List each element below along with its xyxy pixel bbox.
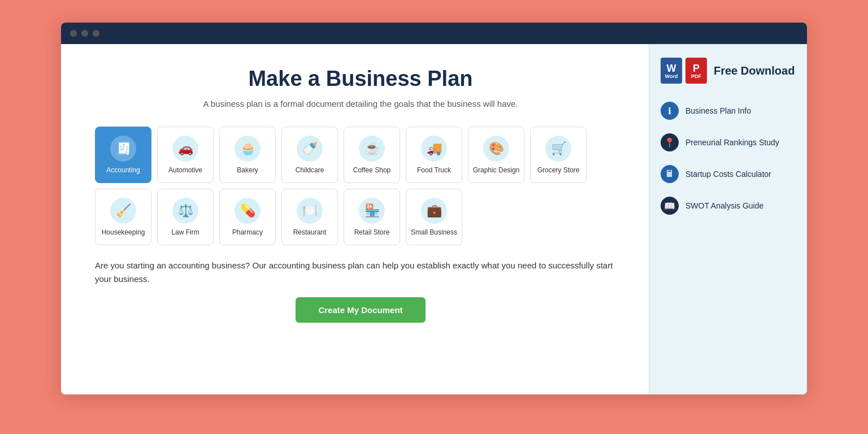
file-icons: W Word P PDF (661, 58, 707, 84)
restaurant-icon: 🍽️ (297, 198, 323, 224)
description-text: Are you starting an accounting business?… (95, 259, 626, 286)
category-item-pharmacy[interactable]: 💊Pharmacy (219, 189, 276, 245)
category-label-bakery: Bakery (237, 166, 258, 174)
sidebar-link-text-entrepreneurial-rankings: Preneurial Rankings Study (685, 138, 779, 147)
category-item-retail-store[interactable]: 🏪Retail Store (344, 189, 400, 245)
browser-content: Make a Business Plan A business plan is … (61, 44, 807, 394)
create-document-button[interactable]: Create My Document (296, 297, 425, 323)
retail-store-icon: 🏪 (359, 198, 385, 224)
sidebar-link-text-swot-analysis: SWOT Analysis Guide (685, 201, 763, 210)
accounting-icon: 🧾 (110, 136, 136, 162)
category-label-accounting: Accounting (106, 166, 140, 174)
category-label-childcare: Childcare (296, 166, 324, 174)
swot-analysis-icon: 📖 (661, 197, 679, 215)
browser-titlebar (61, 23, 807, 44)
law-firm-icon: ⚖️ (172, 198, 198, 224)
sidebar-link-startup-costs[interactable]: 🖩Startup Costs Calculator (661, 163, 796, 185)
category-label-graphic-design: Graphic Design (473, 166, 520, 174)
pdf-icon[interactable]: P PDF (685, 58, 707, 84)
category-label-housekeeping: Housekeeping (102, 228, 145, 236)
category-label-small-business: Small Business (411, 228, 457, 236)
category-item-housekeeping[interactable]: 🧹Housekeeping (95, 189, 151, 245)
sidebar-download: W Word P PDF Free Download (661, 58, 796, 84)
business-plan-info-icon: ℹ (661, 102, 679, 120)
category-item-restaurant[interactable]: 🍽️Restaurant (281, 189, 338, 245)
category-item-automotive[interactable]: 🚗Automotive (157, 127, 214, 183)
category-label-food-truck: Food Truck (417, 166, 451, 174)
small-business-icon: 💼 (421, 198, 447, 224)
page-title: Make a Business Plan (95, 67, 626, 91)
browser-dot-2 (81, 30, 88, 37)
entrepreneurial-rankings-icon: 📍 (661, 133, 679, 151)
category-label-law-firm: Law Firm (171, 228, 199, 236)
sidebar-link-business-plan-info[interactable]: ℹBusiness Plan Info (661, 99, 796, 122)
category-item-small-business[interactable]: 💼Small Business (406, 189, 462, 245)
food-truck-icon: 🚚 (421, 136, 447, 162)
startup-costs-icon: 🖩 (661, 165, 679, 183)
coffee-shop-icon: ☕ (359, 136, 385, 162)
sidebar-link-text-startup-costs: Startup Costs Calculator (685, 170, 771, 179)
sidebar-links: ℹBusiness Plan Info📍Preneurial Rankings … (661, 99, 796, 217)
browser-dot-1 (70, 30, 77, 37)
main-content: Make a Business Plan A business plan is … (61, 44, 649, 394)
category-label-retail-store: Retail Store (354, 228, 390, 236)
page-subtitle: A business plan is a formal document det… (95, 99, 626, 108)
category-item-bakery[interactable]: 🧁Bakery (219, 127, 276, 183)
automotive-icon: 🚗 (172, 136, 198, 162)
category-label-pharmacy: Pharmacy (232, 228, 263, 236)
bakery-icon: 🧁 (235, 136, 261, 162)
category-label-restaurant: Restaurant (293, 228, 327, 236)
categories-grid: 🧾Accounting🚗Automotive🧁Bakery🍼Childcare☕… (95, 127, 626, 245)
grocery-store-icon: 🛒 (545, 136, 571, 162)
browser-dot-3 (93, 30, 99, 37)
word-icon[interactable]: W Word (661, 58, 682, 84)
category-label-coffee-shop: Coffee Shop (353, 166, 391, 174)
browser-window: Make a Business Plan A business plan is … (61, 23, 807, 394)
childcare-icon: 🍼 (297, 136, 323, 162)
category-item-accounting[interactable]: 🧾Accounting (95, 127, 151, 183)
download-label: Free Download (714, 64, 795, 77)
sidebar-link-text-business-plan-info: Business Plan Info (685, 106, 751, 115)
category-item-law-firm[interactable]: ⚖️Law Firm (157, 189, 214, 245)
category-label-automotive: Automotive (168, 166, 202, 174)
housekeeping-icon: 🧹 (110, 198, 136, 224)
graphic-design-icon: 🎨 (483, 136, 509, 162)
pharmacy-icon: 💊 (235, 198, 261, 224)
sidebar-link-entrepreneurial-rankings[interactable]: 📍Preneurial Rankings Study (661, 131, 796, 154)
category-item-grocery-store[interactable]: 🛒Grocery Store (530, 127, 587, 183)
category-item-food-truck[interactable]: 🚚Food Truck (406, 127, 462, 183)
category-label-grocery-store: Grocery Store (537, 166, 580, 174)
category-item-coffee-shop[interactable]: ☕Coffee Shop (344, 127, 400, 183)
sidebar-link-swot-analysis[interactable]: 📖SWOT Analysis Guide (661, 194, 796, 217)
category-item-childcare[interactable]: 🍼Childcare (281, 127, 338, 183)
sidebar: W Word P PDF Free Download ℹBusiness Pla… (649, 44, 807, 394)
category-item-graphic-design[interactable]: 🎨Graphic Design (468, 127, 524, 183)
